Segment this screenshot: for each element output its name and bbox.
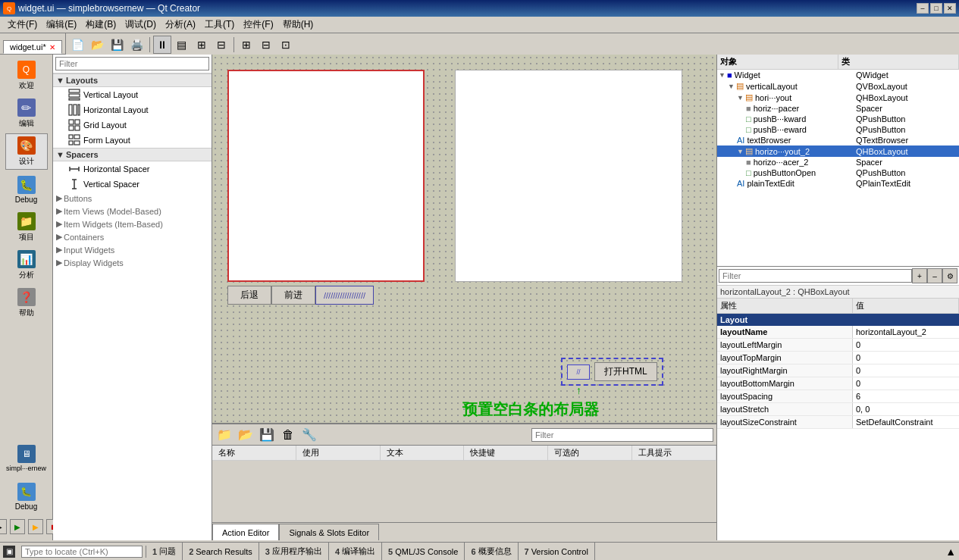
props-row-spacing[interactable]: layoutSpacing 6 xyxy=(717,390,959,403)
status-tab-label-2: Search Results xyxy=(196,547,252,556)
forward-button[interactable]: 前进 xyxy=(271,286,315,305)
status-tab-overview[interactable]: 6 概要信息 xyxy=(465,543,518,560)
menu-edit[interactable]: 编辑(E) xyxy=(42,17,81,33)
open-html-button[interactable]: 打开HTML xyxy=(594,362,657,381)
status-tab-appoutput[interactable]: 3 应用程序输出 xyxy=(259,543,329,560)
props-filter-input[interactable] xyxy=(719,269,912,283)
minimize-button[interactable]: – xyxy=(917,3,929,14)
props-row-bottommargin[interactable]: layoutBottomMargin 0 xyxy=(717,377,959,390)
status-tab-issues[interactable]: 1 问题 xyxy=(146,543,183,560)
action-new-btn[interactable]: 📁 xyxy=(215,426,233,444)
action-open-btn[interactable]: 📂 xyxy=(237,426,255,444)
spacer-label: ////////////////// xyxy=(324,291,365,300)
menu-analyze[interactable]: 分析(A) xyxy=(161,17,200,33)
tree-row-horiz-pacer[interactable]: ■ horiz···pacer Spacer xyxy=(717,103,959,114)
menu-help[interactable]: 帮助(H) xyxy=(278,17,318,33)
status-arrow-btn[interactable]: ▲ xyxy=(942,546,959,558)
back-button[interactable]: 后退 xyxy=(227,286,271,305)
browser-canvas[interactable] xyxy=(455,70,682,282)
tree-section-buttons[interactable]: ▶ Buttons xyxy=(53,192,212,205)
tree-item-grid-layout[interactable]: Grid Layout xyxy=(53,117,212,133)
sidebar-btn-welcome[interactable]: Q 欢迎 xyxy=(5,58,48,94)
props-settings-btn[interactable]: ⚙ xyxy=(942,268,957,283)
sidebar-btn-edit[interactable]: ✏ 编辑 xyxy=(5,95,48,132)
props-row-sizeconstraint[interactable]: layoutSizeConstraint SetDefaultConstrain… xyxy=(717,416,959,429)
toolbar-open-button[interactable]: 📂 xyxy=(89,36,107,54)
action-delete-btn[interactable]: 🗑 xyxy=(279,426,297,444)
toolbar-save-button[interactable]: 💾 xyxy=(108,36,127,54)
sidebar-btn-analyze[interactable]: 📊 分析 xyxy=(5,247,48,283)
tree-item-form-layout[interactable]: Form Layout xyxy=(53,133,212,148)
tree-section-itemviews[interactable]: ▶ Item Views (Model-Based) xyxy=(53,205,212,217)
tree-item-horizontal-spacer[interactable]: Horizontal Spacer xyxy=(53,161,212,177)
toolbar-layout-g-button[interactable]: ⊟ xyxy=(212,36,230,54)
menu-tools[interactable]: 工具(T) xyxy=(200,17,239,33)
tree-row-text-browser[interactable]: AI textBrowser QTextBrowser xyxy=(717,135,959,145)
menu-build[interactable]: 构建(B) xyxy=(81,17,121,33)
tree-row-horizo-yout2[interactable]: ▼ ▤ horizo···yout_2 QHBoxLayout xyxy=(717,145,959,157)
menu-widget[interactable]: 控件(F) xyxy=(239,17,277,33)
toolbar-adjust-button[interactable]: ⊡ xyxy=(277,36,295,54)
run-green-button[interactable]: ▶ xyxy=(10,519,25,534)
tree-section-displaywidgets[interactable]: ▶ Display Widgets xyxy=(53,256,212,269)
run-button[interactable]: ▶ xyxy=(0,519,7,534)
file-tab-close-icon[interactable]: ✕ xyxy=(49,43,55,52)
toolbar-layout-h-button[interactable]: ▤ xyxy=(173,36,191,54)
tree-row-push-button-open[interactable]: □ pushButtonOpen QPushButton xyxy=(717,167,959,178)
status-tab-search[interactable]: 2 Search Results xyxy=(183,543,259,560)
props-row-layoutname[interactable]: layoutName horizontalLayout_2 xyxy=(717,326,959,339)
action-settings-btn[interactable]: 🔧 xyxy=(300,426,318,444)
tree-row-plain-text-edit[interactable]: AI plainTextEdit QPlainTextEdit xyxy=(717,178,959,189)
tree-row-vertical-layout[interactable]: ▼ ▤ verticalLayout QVBoxLayout xyxy=(717,80,959,92)
status-tab-vcs[interactable]: 7 Version Control xyxy=(519,543,595,560)
close-button[interactable]: ✕ xyxy=(944,3,956,14)
tree-section-spacers[interactable]: ▼ Spacers xyxy=(53,148,212,161)
sidebar-btn-device[interactable]: 🖥 simpl···ernew xyxy=(5,440,48,477)
tree-row-pushb-eward[interactable]: □ pushB···eward QPushButton xyxy=(717,124,959,135)
toolbar-pause-button[interactable]: ⏸ xyxy=(153,36,171,54)
tab-action-editor[interactable]: Action Editor xyxy=(212,524,279,540)
obj-hy-name: hori···yout xyxy=(755,93,791,102)
tree-section-containers[interactable]: ▶ Containers xyxy=(53,230,212,243)
sidebar-btn-design[interactable]: 🎨 设计 xyxy=(5,133,48,170)
sidebar-btn-help[interactable]: ❓ 帮助 xyxy=(5,285,48,321)
action-save-btn[interactable]: 💾 xyxy=(258,426,276,444)
window-controls[interactable]: – □ ✕ xyxy=(917,3,956,14)
toolbar-layout-v-button[interactable]: ⊞ xyxy=(193,36,211,54)
run-orange-button[interactable]: ▶ xyxy=(28,519,43,534)
tree-row-pushb-kward[interactable]: □ pushB···kward QPushButton xyxy=(717,114,959,124)
status-tab-qml[interactable]: 5 QML/JS Console xyxy=(382,543,465,560)
toolbar-grid-button[interactable]: ⊞ xyxy=(237,36,255,54)
sidebar-btn-debug2[interactable]: 🐛 Debug xyxy=(5,478,48,515)
props-minus-btn[interactable]: – xyxy=(927,268,942,283)
tree-section-inputwidgets[interactable]: ▶ Input Widgets xyxy=(53,243,212,256)
props-row-leftmargin[interactable]: layoutLeftMargin 0 xyxy=(717,339,959,352)
sidebar-btn-debug[interactable]: 🐛 Debug xyxy=(5,171,48,208)
tree-section-layouts[interactable]: ▼ Layouts xyxy=(53,74,212,87)
props-row-stretch[interactable]: layoutStretch 0, 0 xyxy=(717,403,959,416)
tab-signals-slots[interactable]: Signals & Slots Editor xyxy=(279,524,379,540)
file-tab-widget[interactable]: widget.ui* ✕ xyxy=(3,40,62,54)
toolbar-grid2-button[interactable]: ⊟ xyxy=(257,36,275,54)
sidebar-btn-project[interactable]: 📁 项目 xyxy=(5,209,48,246)
props-row-topmargin[interactable]: layoutTopMargin 0 xyxy=(717,352,959,364)
props-plus-btn[interactable]: + xyxy=(912,268,927,283)
tree-section-itemwidgets[interactable]: ▶ Item Widgets (Item-Based) xyxy=(53,217,212,230)
tree-row-horizo-acer2[interactable]: ■ horizo···acer_2 Spacer xyxy=(717,157,959,167)
menu-debug[interactable]: 调试(D) xyxy=(121,17,161,33)
widget-filter-input[interactable] xyxy=(55,57,209,70)
tree-row-hori-yout[interactable]: ▼ ▤ hori···yout QHBoxLayout xyxy=(717,92,959,103)
tree-item-vertical-spacer[interactable]: Vertical Spacer xyxy=(53,177,212,192)
form-canvas[interactable] xyxy=(227,70,425,282)
status-search-input[interactable] xyxy=(21,546,143,558)
props-row-rightmargin[interactable]: layoutRightMargin 0 xyxy=(717,364,959,377)
status-tab-compile[interactable]: 4 编译输出 xyxy=(329,543,382,560)
toolbar-print-button[interactable]: 🖨️ xyxy=(128,36,146,54)
tree-item-vertical-layout[interactable]: Vertical Layout xyxy=(53,87,212,102)
menu-file[interactable]: 文件(F) xyxy=(3,17,42,33)
tree-row-widget[interactable]: ▼ ■ Widget QWidget xyxy=(717,70,959,80)
toolbar-new-button[interactable]: 📄 xyxy=(69,36,87,54)
maximize-button[interactable]: □ xyxy=(930,3,942,14)
tree-item-horizontal-layout[interactable]: Horizontal Layout xyxy=(53,102,212,117)
bottom-filter-input[interactable] xyxy=(531,428,713,442)
